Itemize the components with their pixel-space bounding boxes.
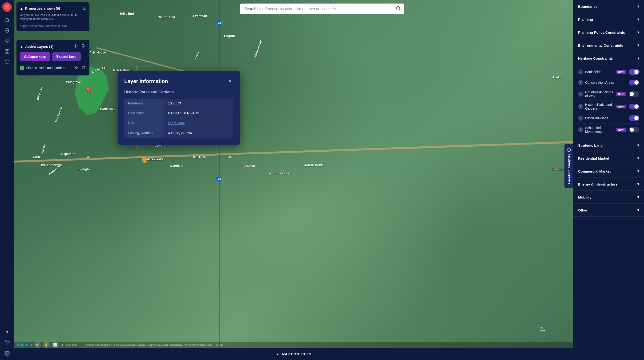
drag-icon[interactable]: ✋ <box>43 341 50 348</box>
layer-item-visibility-btn[interactable] <box>73 65 78 71</box>
sidebar-icon-cart[interactable] <box>3 339 11 347</box>
new-badge-historic-parks: New! <box>616 105 626 108</box>
section-strategic-land-header[interactable]: Strategic Land ▾ <box>574 139 644 152</box>
terms-link[interactable]: Terms <box>216 343 223 346</box>
properties-panel: ▲ Properties shown (0) ⚠ Only properties… <box>16 2 90 31</box>
layers-delete-btn[interactable] <box>80 43 86 50</box>
info-icon-scheduled-monuments[interactable]: ? <box>578 127 583 132</box>
section-planning-policy-header[interactable]: Planning Policy Constraints ▾ <box>574 26 644 39</box>
toggle-listed-buildings[interactable] <box>629 115 639 121</box>
layer-info-modal: Layer Information × Historic Parks and G… <box>118 71 240 145</box>
svg-point-13 <box>6 345 6 345</box>
layers-actions <box>72 43 86 50</box>
properties-note: Only properties over the size of 5 acres… <box>20 13 86 21</box>
section-environmental-header[interactable]: Environmental Constraints ▾ <box>574 39 644 52</box>
section-other-header[interactable]: Other ▾ <box>574 204 644 216</box>
section-mobility-label: Mobility <box>578 195 592 199</box>
section-mobility-header[interactable]: Mobility ▾ <box>574 191 644 204</box>
section-other: Other ▾ <box>574 204 644 217</box>
section-mobility: Mobility ▾ <box>574 191 644 204</box>
modal-close-button[interactable]: × <box>227 77 234 85</box>
modal-key-reference: Reference <box>124 99 164 108</box>
info-icon-conservation[interactable]: ? <box>578 80 583 85</box>
section-heritage-header[interactable]: Heritage Constraints ▴ <box>574 52 644 65</box>
section-environmental: Environmental Constraints ▾ <box>574 39 644 52</box>
lidl-marker: 🏪 <box>540 326 545 332</box>
layers-visibility-btn[interactable] <box>72 43 78 50</box>
map-area[interactable]: 📍 Church End Eversholt Tingrith Hill's E… <box>14 0 574 360</box>
map-label-eggington: Eggington <box>76 167 92 171</box>
toggle-scheduled-monuments[interactable] <box>629 127 639 132</box>
modal-data-table: Reference 1000573 Description BATTLESDEN… <box>124 98 234 138</box>
info-icon-historic-parks[interactable]: ? <box>578 104 583 109</box>
motorway-badge-m1-3: M1 <box>216 177 222 181</box>
map-road-label-a5-3: A5 <box>228 156 232 158</box>
section-other-label: Other <box>578 208 588 212</box>
bing-logo: Bing <box>17 343 29 346</box>
toggle-historic-parks[interactable] <box>629 104 639 109</box>
modal-row-description: Description BATTLESDEN PARK <box>124 108 234 118</box>
area-select-icon[interactable]: ⬜ <box>52 341 58 348</box>
section-boundaries-header[interactable]: Boundaries ▾ <box>574 0 644 13</box>
constraint-countryside-label: Countryside Rights of Way <box>585 90 614 98</box>
sidebar-icon-location[interactable] <box>3 26 11 35</box>
constraint-conservation-areas: ? Conservation Areas <box>577 77 640 88</box>
section-planning-policy: Planning Policy Constraints ▾ <box>574 26 644 39</box>
active-layers-panel: ▲ Active Layers (1) Collapse keys Expand… <box>16 40 90 75</box>
section-environmental-label: Environmental Constraints <box>578 43 623 47</box>
toggle-conservation[interactable] <box>629 80 639 85</box>
search-bar <box>240 4 404 14</box>
section-heritage-label: Heritage Constraints <box>578 56 613 60</box>
info-icon-listed-buildings[interactable]: ? <box>578 115 583 121</box>
map-controls-toggle-button[interactable]: ▲ MAP CONTROLS <box>273 351 315 357</box>
section-planning-header[interactable]: Planning ▾ <box>574 13 644 26</box>
toggle-countryside[interactable] <box>629 91 639 97</box>
section-residential-market-header[interactable]: Residential Market ▾ <box>574 152 644 164</box>
search-button[interactable] <box>396 6 401 12</box>
map-pin[interactable]: 📍 <box>84 87 94 97</box>
map-label-wingfield: Wingfield <box>170 164 183 167</box>
app-logo[interactable] <box>2 2 12 12</box>
layer-item-delete-btn[interactable] <box>80 65 86 71</box>
section-commercial-market-header[interactable]: Commercial Market ▾ <box>574 165 644 177</box>
location-analysis-tab[interactable]: Location Analysis <box>564 144 574 188</box>
apply-filters-link[interactable]: Apply filters to view properties on map <box>20 24 68 28</box>
info-icon-battlefields[interactable]: ? <box>578 69 583 75</box>
svg-marker-22 <box>26 343 28 346</box>
constraint-listed-buildings-label: Listed Buildings <box>585 116 627 120</box>
collapse-keys-button[interactable]: Collapse keys <box>20 52 50 61</box>
constraint-countryside: ? Countryside Rights of Way New! <box>577 88 640 100</box>
map-controls-label-text: MAP CONTROLS <box>282 352 312 356</box>
section-planning-label: Planning <box>578 18 593 22</box>
info-icon-countryside[interactable]: ? <box>578 91 583 97</box>
map-controls-bar: ▲ MAP CONTROLS <box>14 348 574 360</box>
new-badge-battlefields: New! <box>616 70 626 74</box>
map-label-marsh-farm: MARSH FARM <box>304 164 324 167</box>
sidebar-icon-objects[interactable] <box>3 58 11 66</box>
svg-point-16 <box>396 6 400 10</box>
svg-point-1 <box>5 18 9 22</box>
map-label-sundon-park: SUNDON PARK <box>268 172 290 175</box>
sidebar-icon-settings[interactable] <box>3 349 11 358</box>
locate-icon[interactable]: ⊕ <box>34 341 41 348</box>
sidebar-icon-data[interactable] <box>3 47 11 56</box>
expand-keys-button[interactable]: Expand keys <box>52 52 81 61</box>
learn-more-link[interactable]: Learn More <box>168 121 185 125</box>
svg-rect-12 <box>8 52 9 53</box>
search-input[interactable] <box>240 4 404 14</box>
toggle-battlefields[interactable] <box>629 69 639 75</box>
map-controls-toggle: | <box>31 343 32 346</box>
chevron-down-icon-other: ▾ <box>638 208 639 212</box>
section-energy-header[interactable]: Energy & Infrastructure ▾ <box>574 178 644 191</box>
svg-rect-10 <box>8 50 9 51</box>
map-footer-info: Bing | ⊕ ✋ ⬜ | Map data | © Airbus, Getm… <box>14 342 574 348</box>
svg-point-14 <box>8 345 9 345</box>
section-strategic-land: Strategic Land ▾ <box>574 139 644 152</box>
chevron-down-icon-planning: ▾ <box>638 17 639 22</box>
layer-key-buttons: Collapse keys Expand keys <box>20 52 86 61</box>
sidebar-icon-layers[interactable] <box>3 37 11 45</box>
sidebar-icon-help[interactable]: ? <box>3 328 11 337</box>
constraint-listed-buildings: ? Listed Buildings <box>577 113 640 123</box>
map-label-pals-house: Pals House <box>90 51 106 54</box>
sidebar-icon-search[interactable] <box>3 16 11 25</box>
